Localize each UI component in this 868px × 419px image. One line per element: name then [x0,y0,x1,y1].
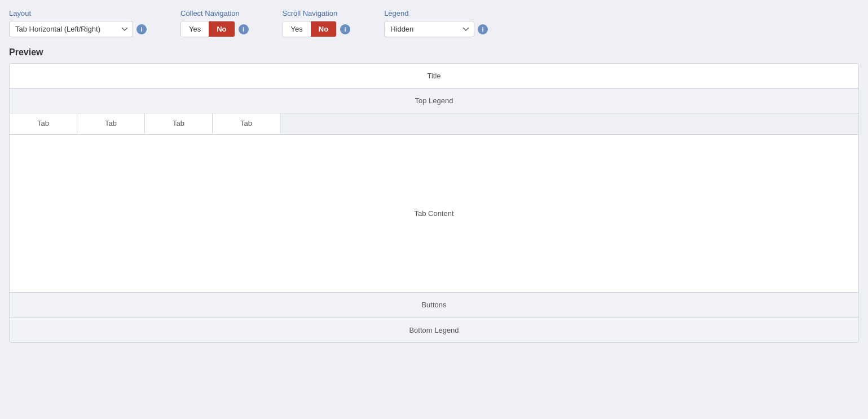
preview-tab-1[interactable]: Tab [10,113,77,134]
scroll-navigation-group: Scroll Navigation Yes No i [283,9,351,37]
scroll-navigation-yes-button[interactable]: Yes [283,21,311,37]
collect-navigation-label: Collect Navigation [180,9,249,17]
scroll-navigation-label: Scroll Navigation [283,9,351,17]
legend-control-group: Legend HiddenTopBottomBoth i [384,9,488,37]
preview-title-text: Title [427,72,440,80]
scroll-navigation-info-icon[interactable]: i [340,24,350,34]
preview-tab-content: Tab Content [10,135,858,293]
layout-label: Layout [9,9,147,17]
controls-row: Layout Tab Horizontal (Left/Right)Tab Ve… [9,9,859,37]
preview-section: Preview Title Top Legend Tab Tab Tab Tab… [9,47,859,343]
layout-select[interactable]: Tab Horizontal (Left/Right)Tab VerticalA… [9,21,133,37]
legend-info-icon[interactable]: i [478,24,488,34]
preview-section-title: Preview [9,47,859,58]
preview-tab-3[interactable]: Tab [145,113,213,134]
layout-control-row: Tab Horizontal (Left/Right)Tab VerticalA… [9,21,147,37]
preview-title-row: Title [10,64,858,89]
preview-tab-2[interactable]: Tab [77,113,145,134]
preview-bottom-legend-row: Bottom Legend [10,317,858,342]
preview-buttons-row: Buttons [10,293,858,317]
collect-navigation-control-row: Yes No i [180,21,249,37]
collect-navigation-no-button[interactable]: No [209,21,234,37]
preview-bottom-legend-text: Bottom Legend [409,326,459,334]
preview-top-legend-text: Top Legend [415,96,453,105]
preview-tabs-row: Tab Tab Tab Tab [10,113,858,135]
scroll-navigation-no-button[interactable]: No [311,21,336,37]
legend-select[interactable]: HiddenTopBottomBoth [384,21,474,37]
collect-navigation-toggle: Yes No [180,21,235,37]
preview-tab-content-text: Tab Content [414,209,453,218]
preview-container: Title Top Legend Tab Tab Tab Tab Tab Con… [9,63,859,343]
preview-buttons-text: Buttons [421,301,446,309]
legend-label: Legend [384,9,488,17]
collect-navigation-yes-button[interactable]: Yes [181,21,209,37]
collect-navigation-info-icon[interactable]: i [239,24,249,34]
preview-tab-4[interactable]: Tab [213,113,280,134]
layout-info-icon[interactable]: i [136,24,147,34]
scroll-navigation-toggle: Yes No [283,21,337,37]
legend-control-row: HiddenTopBottomBoth i [384,21,488,37]
scroll-navigation-control-row: Yes No i [283,21,351,37]
collect-navigation-group: Collect Navigation Yes No i [180,9,249,37]
preview-top-legend-row: Top Legend [10,89,858,113]
layout-control-group: Layout Tab Horizontal (Left/Right)Tab Ve… [9,9,147,37]
